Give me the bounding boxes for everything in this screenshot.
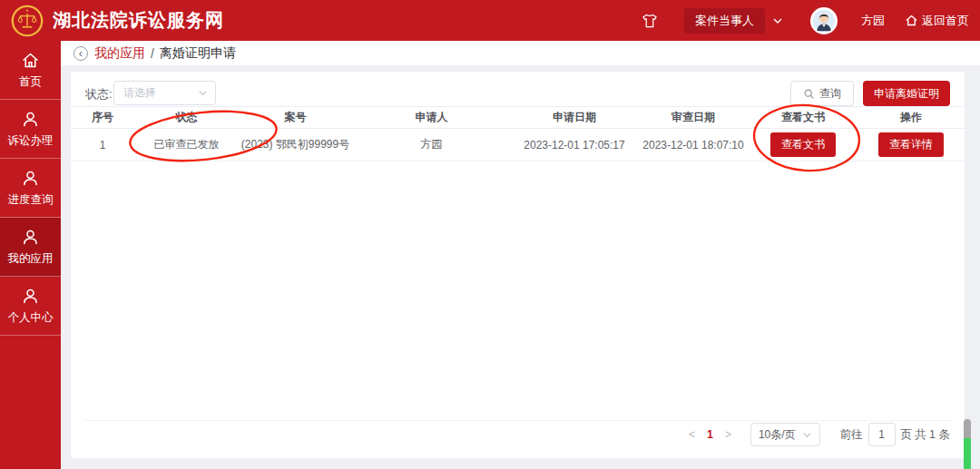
view-details-button[interactable]: 查看详情 [878,132,944,157]
app-header: 湖北法院诉讼服务网 案件当事人 方园 返回首页 [0,0,980,41]
apply-divorce-cert-button[interactable]: 申请离婚证明 [863,81,950,106]
col-applicant: 申请人 [352,110,511,125]
page-size-label: 10条/页 [759,427,796,443]
goto-label: 前往 [840,427,863,443]
sidebar-item-my-apps[interactable]: 我的应用 [0,218,61,277]
user-icon [21,169,40,188]
user-icon [21,287,40,306]
home-icon [905,14,918,27]
status-select-placeholder: 请选择 [123,85,198,101]
goto-page-input[interactable] [868,423,896,446]
back-icon[interactable]: ‹ [74,46,88,61]
user-icon [21,110,40,129]
header-right: 案件当事人 方园 返回首页 [641,7,980,34]
back-home-link[interactable]: 返回首页 [905,13,969,29]
search-button-label: 查询 [819,86,841,102]
col-review-date: 审查日期 [638,110,749,125]
col-index: 序号 [71,110,134,125]
breadcrumb-parent[interactable]: 我的应用 [94,45,145,62]
sidebar-item-litigation[interactable]: 诉讼办理 [0,100,61,159]
back-home-label: 返回首页 [922,13,969,29]
role-dropdown-label: 案件当事人 [695,14,754,27]
app-title: 湖北法院诉讼服务网 [53,8,224,33]
status-filter-label: 状态: [85,86,113,103]
breadcrumb: ‹ 我的应用 / 离婚证明申请 [61,41,980,65]
sidebar-item-label: 诉讼办理 [8,133,54,149]
sidebar-item-label: 首页 [19,74,42,90]
col-apply-date: 申请日期 [511,110,638,125]
sidebar-item-label: 我的应用 [8,251,54,267]
table-header-row: 序号 状态 案号 申请人 申请日期 审查日期 查看文书 操作 [71,106,965,129]
chevron-down-icon [802,430,812,440]
sidebar-item-profile[interactable]: 个人中心 [0,277,61,336]
actions-cell: 查看详情 [858,132,965,157]
scrollbar-thumb-green[interactable] [964,438,971,469]
review-date-cell: 2023-12-01 18:07:10 [638,139,749,151]
role-dropdown[interactable]: 案件当事人 [684,8,765,34]
status-select[interactable]: 请选择 [113,81,216,105]
next-page-button[interactable]: > [717,428,740,441]
view-document-cell: 查看文书 [749,132,858,157]
col-actions: 操作 [858,110,965,125]
chevron-down-icon [198,88,208,98]
col-case-no: 案号 [239,110,352,125]
sidebar-item-label: 个人中心 [8,310,54,326]
page-title: 离婚证明申请 [160,45,236,62]
theme-skin-icon[interactable] [641,12,659,30]
applications-table: 序号 状态 案号 申请人 申请日期 审查日期 查看文书 操作 1 已审查已发放 … [71,106,965,161]
search-button[interactable]: 查询 [790,81,854,106]
home-icon [21,51,40,70]
applicant-cell: 方园 [352,137,511,152]
col-view-document: 查看文书 [749,110,858,125]
content-card: 状态: 请选择 查询 申请离婚证明 序号 状态 案号 申请人 申请日期 审查日期… [71,72,965,458]
user-icon [21,228,40,247]
table-row: 1 已审查已发放 (2023) 鄂民初99999号 方园 2023-12-01 … [71,129,965,161]
apply-date-cell: 2023-12-01 17:05:17 [511,139,638,151]
page-size-select[interactable]: 10条/页 [750,423,820,446]
total-count: 共 1 条 [915,427,950,443]
current-page[interactable]: 1 [703,428,717,441]
breadcrumb-separator: / [151,46,154,61]
pagination-divider [83,420,952,421]
sidebar: 首页 诉讼办理 进度查询 我的应用 个人中心 [0,41,61,469]
case-no-cell: (2023) 鄂民初99999号 [239,137,352,152]
view-document-button[interactable]: 查看文书 [770,132,836,157]
row-index: 1 [71,139,134,151]
apply-button-label: 申请离婚证明 [874,86,939,102]
username: 方园 [861,13,885,29]
prev-page-button[interactable]: < [681,428,703,441]
status-cell: 已审查已发放 [134,137,239,152]
sidebar-item-progress[interactable]: 进度查询 [0,159,61,218]
scrollbar-grip-top[interactable] [964,419,971,439]
pagination: < 1 > 10条/页 前往 页 共 1 条 [681,423,950,446]
sidebar-item-label: 进度查询 [8,192,54,208]
sidebar-item-home[interactable]: 首页 [0,41,61,100]
col-status: 状态 [134,110,239,125]
chevron-down-icon[interactable] [772,15,783,26]
avatar[interactable] [810,7,838,34]
court-emblem-logo [11,5,44,37]
search-icon [803,88,815,100]
goto-suffix: 页 [901,427,913,443]
